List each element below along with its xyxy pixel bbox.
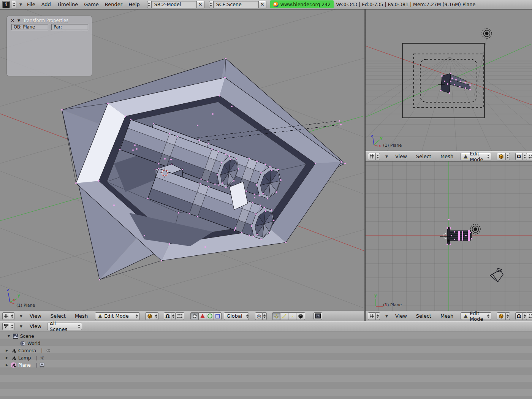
outliner-row-lamp[interactable]: ▶ Lamp | ☼ [5,354,45,361]
menu-file[interactable]: File [25,2,37,7]
outliner-row-camera[interactable]: ▶ Camera | [5,347,50,354]
draw-type-stepper-cam[interactable] [506,153,510,160]
rotation-pivot-stepper-side[interactable] [523,312,527,320]
screen-close-button[interactable]: ✕ [197,1,204,8]
selected-vertex-dot [451,235,452,236]
header-collapse-icon-side[interactable]: ▼ [385,314,389,318]
scenes-filter-dropdown[interactable]: All Scenes [47,323,82,330]
area-splitter[interactable] [364,10,366,321]
menu-mesh-side[interactable]: Mesh [439,313,455,319]
draw-type-button[interactable] [145,312,154,320]
scene-field[interactable]: SCE:Scene [213,1,259,8]
info-window-type-stepper[interactable] [12,1,16,8]
render-preview-button[interactable] [314,312,322,320]
menu-help[interactable]: Help [127,2,142,7]
outliner-row-scene[interactable]: ▼ Scene [7,332,34,340]
viewport-type-stepper-side[interactable] [376,312,380,320]
screen-stepper[interactable] [147,1,151,8]
manipulator-translate-button[interactable] [199,312,206,320]
menu-select-side[interactable]: Select [414,313,433,319]
selected-vertex-dot [136,148,138,150]
manipulator-rotate-button[interactable] [206,312,214,320]
header-collapse-icon-cam[interactable]: ▼ [385,155,389,158]
draw-type-button-side[interactable] [497,312,506,320]
ob-field[interactable]: OB: Plane [11,24,48,30]
solid-draw-cube-icon [498,313,504,319]
menu-mesh-cam[interactable]: Mesh [439,154,455,159]
outliner-row-plane[interactable]: ▶ Plane | [5,361,45,369]
manipulator-scale-button[interactable] [214,312,222,320]
expand-right-icon[interactable]: ▶ [5,349,9,352]
menu-view-side[interactable]: View [393,313,409,319]
draw-type-stepper[interactable] [154,312,158,320]
side-viewport[interactable] [366,162,532,311]
header-collapse-icon[interactable]: ▼ [19,314,23,318]
menu-select-cam[interactable]: Select [414,154,433,159]
selected-vertex-dot [450,81,451,82]
align-button-cam[interactable] [527,153,532,160]
face-select-button[interactable] [288,312,296,320]
menu-select[interactable]: Select [49,313,68,319]
panel-collapse-icon[interactable]: ▼ [17,19,20,22]
screen-field[interactable]: SR:2-Model [151,1,197,8]
menu-mesh[interactable]: Mesh [73,313,90,319]
outliner-collapse-icon[interactable]: ▼ [19,325,23,328]
viewport-type-stepper[interactable] [10,312,14,320]
panel-close-icon[interactable]: ✕ [11,18,14,23]
transform-properties-panel[interactable]: ✕ ▼ Transform Properties OB: Plane Par: [7,16,92,76]
draw-type-button-cam[interactable] [497,153,506,160]
rotation-pivot-button-side[interactable]: Ω [515,312,523,320]
orientation-dropdown-stepper [246,313,249,319]
main-axis-x-label: x [13,298,15,302]
rotation-pivot-stepper[interactable] [171,312,176,320]
menu-add[interactable]: Add [40,2,53,7]
info-window-type-button[interactable]: i [2,1,10,8]
outliner-menu-view[interactable]: View [28,323,43,329]
menu-view[interactable]: View [28,313,43,319]
rotation-pivot-button[interactable]: Ω [164,312,171,320]
vertex-select-button[interactable] [272,312,280,320]
selected-vertex-dot [454,231,455,233]
menu-game[interactable]: Game [82,2,101,7]
pivot-point-stepper[interactable] [263,312,267,320]
mode-dropdown-side[interactable]: Edit Mode [461,312,491,320]
outliner-type-button[interactable] [2,323,10,330]
align-button[interactable] [176,312,184,320]
orientation-dropdown[interactable]: Global [224,312,249,320]
selected-vertex-dot [469,89,471,90]
menu-view-cam[interactable]: View [393,154,409,159]
selected-vertex-dot [235,227,236,229]
viewport-type-stepper-cam[interactable] [376,153,380,160]
outliner-type-stepper[interactable] [10,323,14,330]
info-collapse-icon[interactable]: ▼ [19,3,23,6]
menu-timeline[interactable]: Timeline [55,2,80,7]
selected-vertex-dot [460,81,461,82]
expand-down-icon[interactable]: ▼ [7,334,11,338]
align-button-side[interactable] [527,312,532,320]
expand-right-icon[interactable]: ▶ [5,363,9,367]
camera-viewport[interactable] [366,10,532,151]
occlude-cube-icon [298,313,304,319]
occlude-geometry-button[interactable] [296,312,305,320]
mode-dropdown-stepper-side [487,313,489,319]
selected-vertex-dot [98,180,100,182]
scene-stepper[interactable] [209,1,213,8]
viewport-type-button-side[interactable] [368,312,376,320]
viewport-type-button-cam[interactable] [368,153,376,160]
manipulator-hand-button[interactable] [190,312,199,320]
cam-axis-x-label: x [378,144,381,148]
menu-render[interactable]: Render [103,2,124,7]
par-field[interactable]: Par: [51,24,88,30]
pivot-point-button[interactable]: ◎ [255,312,263,320]
expand-right-icon[interactable]: ▶ [5,356,9,359]
draw-type-stepper-side[interactable] [506,312,510,320]
rotation-pivot-stepper-cam[interactable] [523,153,527,160]
outliner-row-world[interactable]: World [20,340,40,347]
rotation-pivot-button-cam[interactable]: Ω [515,153,523,160]
viewport-type-button[interactable] [2,312,10,320]
version-badge: www.blender.org 242 [270,0,334,8]
mode-dropdown[interactable]: Edit Mode [95,312,140,320]
scene-close-button[interactable]: ✕ [259,1,266,8]
mode-dropdown-cam[interactable]: Edit Mode [461,153,491,160]
edge-select-button[interactable] [280,312,288,320]
